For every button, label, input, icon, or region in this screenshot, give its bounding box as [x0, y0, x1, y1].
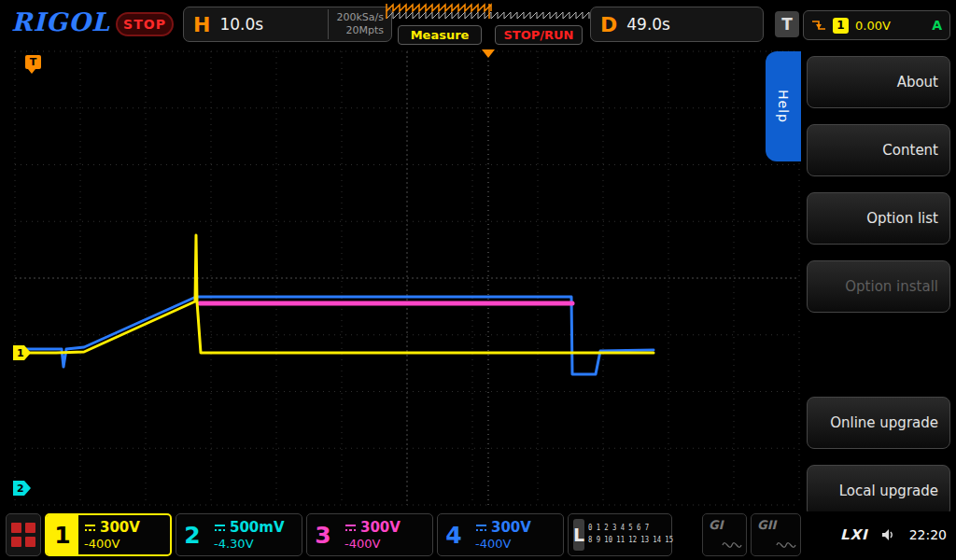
measure-button[interactable]: Measure	[398, 25, 482, 45]
channel-2-level-marker[interactable]: 2	[13, 481, 31, 496]
trigger-status-box[interactable]: 1 0.00V A	[803, 10, 950, 40]
channel-2-box[interactable]: 2 500mV -4.30V	[176, 513, 302, 556]
dc-coupling-icon	[344, 524, 357, 532]
channel-1-box[interactable]: 1 300V -400V	[45, 513, 172, 556]
graticule-area: 12 T	[13, 49, 801, 510]
generator-2-label: GII	[757, 518, 776, 532]
generator-1-label: GI	[709, 518, 724, 532]
delay-value: 49.0s	[626, 15, 763, 34]
svg-text:1: 1	[17, 347, 24, 359]
clock: 22:20	[909, 527, 947, 542]
channel-4-number: 4	[438, 514, 470, 555]
digital-label: L	[573, 519, 584, 551]
channel-1-scale: 300V	[100, 519, 140, 536]
sine-wave-icon	[776, 539, 796, 551]
menu-button-online-upgrade[interactable]: Online upgrade	[807, 397, 950, 449]
lxi-logo: LXI	[840, 526, 868, 543]
horizontal-label: H	[193, 13, 210, 36]
ch4-trace	[17, 297, 654, 374]
speaker-icon[interactable]	[881, 527, 896, 542]
horizontal-timebase-box[interactable]: H 10.0s 200kSa/s 20Mpts	[183, 7, 392, 42]
trigger-label: T	[775, 11, 799, 37]
channel-1-number: 1	[47, 515, 78, 554]
svg-text:2: 2	[17, 483, 24, 495]
dc-coupling-icon	[475, 524, 487, 532]
sine-wave-icon	[722, 539, 742, 551]
run-state-badge: STOP	[116, 12, 174, 36]
delay-box[interactable]: D 49.0s	[590, 7, 764, 42]
channel-4-scale: 300V	[491, 519, 531, 536]
generator-1-box[interactable]: GI	[702, 513, 747, 556]
menu-button-about[interactable]: About	[807, 56, 950, 108]
memory-depth: 20Mpts	[345, 24, 384, 36]
channel-1-level-marker[interactable]: 1	[13, 345, 31, 360]
trigger-mode: A	[932, 18, 942, 33]
generator-2-box[interactable]: GII	[751, 513, 801, 556]
channel-4-box[interactable]: 4 300V -400V	[437, 513, 564, 556]
trigger-edge-icon	[811, 18, 826, 33]
digital-row-1: 0 1 2 3 4 5 6 7	[588, 523, 673, 535]
channel-2-offset: -4.30V	[214, 537, 302, 551]
channel-3-offset: -400V	[344, 537, 432, 551]
trigger-level-flag[interactable]: T	[25, 55, 41, 69]
menu-button-option-install: Option install	[807, 260, 950, 313]
digital-channels-box[interactable]: L 0 1 2 3 4 5 6 7 8 9 10 11 12 13 14 15	[568, 513, 672, 556]
trigger-source-badge: 1	[833, 18, 849, 34]
channel-3-box[interactable]: 3 300V -400V	[306, 513, 433, 556]
top-bar: RIGOL STOP H 10.0s 200kSa/s 20Mpts Measu…	[0, 0, 956, 49]
help-tab[interactable]: Help	[766, 51, 801, 161]
channel-2-scale: 500mV	[230, 519, 285, 536]
graticule: 12	[13, 49, 801, 510]
dc-coupling-icon	[84, 524, 96, 532]
channel-4-offset: -400V	[475, 537, 563, 551]
channel-3-scale: 300V	[360, 519, 401, 536]
trigger-level-value: 0.00V	[855, 19, 925, 33]
delay-label: D	[600, 13, 617, 36]
dc-coupling-icon	[214, 524, 226, 532]
rigol-logo: RIGOL	[11, 7, 110, 36]
menu-grid-icon	[11, 523, 21, 533]
stop-run-button[interactable]: STOP/RUN	[495, 25, 583, 45]
oscilloscope-screen: RIGOL STOP H 10.0s 200kSa/s 20Mpts Measu…	[0, 0, 956, 560]
channel-3-number: 3	[307, 514, 339, 555]
menu-grid-button[interactable]	[6, 513, 41, 556]
channel-1-offset: -400V	[84, 537, 170, 551]
memory-position-indicator	[385, 2, 590, 21]
timebase-value: 10.0s	[219, 15, 328, 34]
menu-button-local-upgrade[interactable]: Local upgrade	[807, 465, 950, 517]
sample-rate: 200kSa/s	[336, 11, 384, 23]
bottom-bar: 1 300V -400V 2 500mV -4.30V 3 300V -400V…	[0, 511, 956, 560]
channel-2-number: 2	[176, 514, 208, 555]
menu-button-option-list[interactable]: Option list	[807, 192, 950, 245]
menu-button-content[interactable]: Content	[807, 124, 950, 176]
digital-row-2: 8 9 10 11 12 13 14 15	[588, 535, 673, 547]
trigger-position-marker[interactable]	[482, 49, 495, 58]
